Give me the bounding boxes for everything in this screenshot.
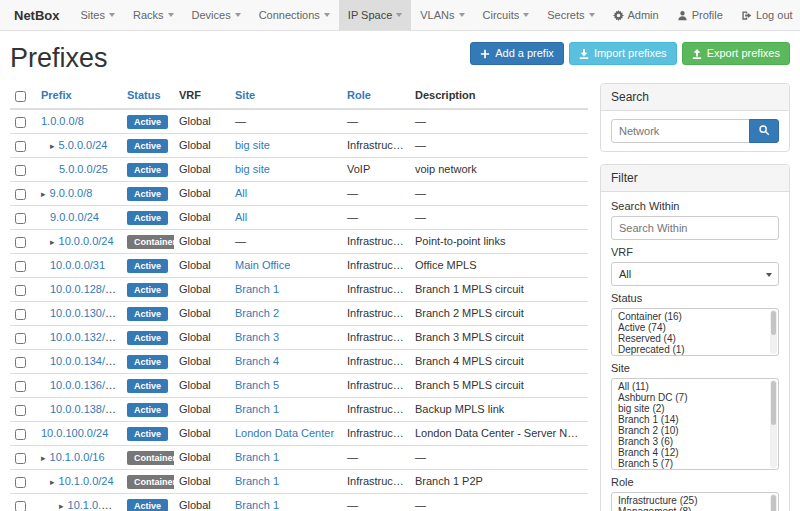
prefix-link[interactable]: 5.0.0.0/25 (59, 163, 108, 175)
brand[interactable]: NetBox (12, 0, 72, 30)
column-header-status[interactable]: Status (122, 83, 174, 109)
listbox-option[interactable]: Active (74) (612, 322, 778, 333)
listbox-option[interactable]: Infrastructure (25) (612, 495, 778, 506)
nav-item-log-out[interactable]: Log out (732, 0, 800, 30)
status-listbox[interactable]: Container (16)Active (74)Reserved (4)Dep… (611, 308, 779, 356)
site-link[interactable]: Main Office (235, 259, 290, 271)
site-link[interactable]: Branch 4 (235, 355, 279, 367)
site-link[interactable]: big site (235, 163, 270, 175)
import-prefixes-button[interactable]: Import prefixes (569, 42, 677, 65)
prefix-link[interactable]: 10.1.0.0/16 (50, 451, 105, 463)
listbox-option[interactable]: Container (16) (612, 311, 778, 322)
site-link[interactable]: Branch 5 (235, 379, 279, 391)
site-link[interactable]: London Data Center (235, 427, 334, 439)
scrollbar-thumb[interactable] (771, 381, 776, 425)
column-header-site[interactable]: Site (230, 83, 342, 109)
prefix-link[interactable]: 10.0.0.134/31 (50, 355, 117, 367)
column-sort-link[interactable]: Site (235, 89, 255, 101)
nav-item-admin[interactable]: Admin (604, 0, 668, 30)
nav-item-sites[interactable]: Sites (72, 0, 124, 30)
site-link[interactable]: Branch 1 (235, 403, 279, 415)
nav-item-secrets[interactable]: Secrets (538, 0, 603, 30)
nav-item-ip-space[interactable]: IP Space (339, 0, 411, 30)
column-sort-link[interactable]: Role (347, 89, 371, 101)
prefix-link[interactable]: 5.0.0.0/24 (59, 139, 108, 151)
row-checkbox[interactable] (15, 261, 26, 272)
listbox-option[interactable]: Branch 2 (10) (612, 425, 778, 436)
nav-item-racks[interactable]: Racks (124, 0, 183, 30)
search-within-input[interactable] (611, 216, 779, 240)
search-input[interactable] (611, 119, 750, 143)
scrollbar[interactable] (770, 380, 777, 468)
listbox-option[interactable]: Branch 1 (14) (612, 414, 778, 425)
nav-item-circuits[interactable]: Circuits (474, 0, 539, 30)
nav-item-devices[interactable]: Devices (183, 0, 250, 30)
row-checkbox[interactable] (15, 477, 26, 488)
prefix-link[interactable]: 10.1.0.0/24 (59, 475, 114, 487)
search-button[interactable] (749, 119, 779, 143)
row-checkbox[interactable] (15, 453, 26, 464)
prefix-link[interactable]: 10.0.0.0/24 (59, 235, 114, 247)
prefix-link[interactable]: 10.0.0.132/31 (50, 331, 117, 343)
scrollbar-thumb[interactable] (771, 495, 776, 511)
listbox-option[interactable]: Ashburn DC (7) (612, 392, 778, 403)
listbox-option[interactable]: Branch 4 (12) (612, 447, 778, 458)
listbox-option[interactable]: CO-1-24 (4) (612, 469, 778, 470)
listbox-option[interactable]: Reserved (4) (612, 333, 778, 344)
vrf-select[interactable]: All (611, 262, 779, 286)
site-link[interactable]: big site (235, 139, 270, 151)
prefix-link[interactable]: 9.0.0.0/8 (50, 187, 93, 199)
row-checkbox[interactable] (15, 357, 26, 368)
prefix-link[interactable]: 10.0.0.136/31 (50, 379, 117, 391)
row-checkbox[interactable] (15, 381, 26, 392)
site-link[interactable]: Branch 1 (235, 475, 279, 487)
row-checkbox[interactable] (15, 429, 26, 440)
prefix-link[interactable]: 10.0.0.138/31 (50, 403, 117, 415)
site-link[interactable]: Branch 1 (235, 451, 279, 463)
role-listbox[interactable]: Infrastructure (25)Management (8)Private… (611, 492, 779, 511)
column-header-role[interactable]: Role (342, 83, 410, 109)
prefix-link[interactable]: 10.0.0.0/31 (50, 259, 105, 271)
listbox-option[interactable]: Branch 5 (7) (612, 458, 778, 469)
prefix-link[interactable]: 9.0.0.0/24 (50, 211, 99, 223)
listbox-option[interactable]: Management (8) (612, 506, 778, 511)
row-checkbox[interactable] (15, 405, 26, 416)
row-checkbox[interactable] (15, 165, 26, 176)
prefix-link[interactable]: 10.0.0.128/31 (50, 283, 117, 295)
row-checkbox[interactable] (15, 141, 26, 152)
add-a-prefix-button[interactable]: Add a prefix (470, 42, 564, 65)
row-checkbox[interactable] (15, 189, 26, 200)
select-all-checkbox[interactable] (15, 91, 26, 102)
site-link[interactable]: Branch 2 (235, 307, 279, 319)
listbox-option[interactable]: Branch 3 (6) (612, 436, 778, 447)
site-link[interactable]: Branch 3 (235, 331, 279, 343)
site-link[interactable]: Branch 1 (235, 499, 279, 511)
row-checkbox[interactable] (15, 117, 26, 128)
prefix-link[interactable]: 10.1.0.0/25 (68, 499, 122, 511)
column-header-prefix[interactable]: Prefix (36, 83, 122, 109)
nav-item-profile[interactable]: Profile (668, 0, 732, 30)
site-link[interactable]: Branch 1 (235, 283, 279, 295)
site-listbox[interactable]: All (11)Ashburn DC (7)big site (2)Branch… (611, 378, 779, 470)
scrollbar[interactable] (770, 310, 777, 354)
row-checkbox[interactable] (15, 309, 26, 320)
nav-item-vlans[interactable]: VLANs (411, 0, 473, 30)
export-prefixes-button[interactable]: Export prefixes (682, 42, 790, 65)
scrollbar-thumb[interactable] (771, 311, 776, 335)
row-checkbox[interactable] (15, 285, 26, 296)
site-link[interactable]: All (235, 211, 247, 223)
prefix-link[interactable]: 10.0.0.130/31 (50, 307, 117, 319)
listbox-option[interactable]: big site (2) (612, 403, 778, 414)
row-checkbox[interactable] (15, 237, 26, 248)
row-checkbox[interactable] (15, 501, 26, 511)
row-checkbox[interactable] (15, 213, 26, 224)
listbox-option[interactable]: All (11) (612, 381, 778, 392)
site-link[interactable]: All (235, 187, 247, 199)
scrollbar[interactable] (770, 494, 777, 511)
prefix-link[interactable]: 10.0.100.0/24 (41, 427, 108, 439)
prefix-link[interactable]: 1.0.0.0/8 (41, 115, 84, 127)
nav-item-connections[interactable]: Connections (250, 0, 339, 30)
column-sort-link[interactable]: Status (127, 89, 161, 101)
listbox-option[interactable]: Deprecated (1) (612, 344, 778, 355)
row-checkbox[interactable] (15, 333, 26, 344)
